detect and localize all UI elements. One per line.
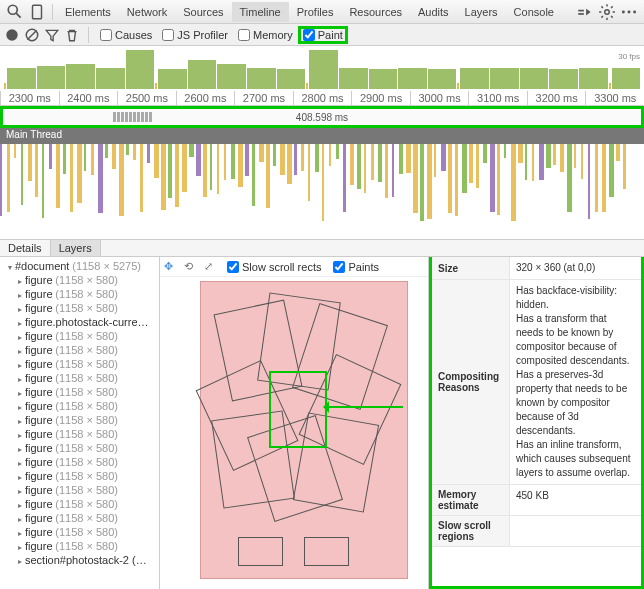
time-axis: 2300 ms2400 ms2500 ms2600 ms2700 ms2800 …: [0, 91, 644, 105]
move-icon[interactable]: ✥: [164, 260, 178, 274]
filter-icon[interactable]: [44, 27, 60, 43]
tree-row[interactable]: figure (1158 × 580): [0, 273, 159, 287]
trash-icon[interactable]: [64, 27, 80, 43]
drawer-icon[interactable]: [576, 3, 594, 21]
device-icon[interactable]: [28, 3, 46, 21]
tree-row[interactable]: figure (1158 × 580): [0, 497, 159, 511]
tree-row[interactable]: figure.photostack-curre…: [0, 315, 159, 329]
tab-resources[interactable]: Resources: [341, 2, 410, 22]
svg-rect-3: [578, 9, 584, 11]
tab-timeline[interactable]: Timeline: [232, 2, 289, 22]
tree-row[interactable]: figure (1158 × 580): [0, 511, 159, 525]
main-thread-header: Main Thread: [0, 128, 644, 144]
layer-canvas[interactable]: ✥ ⟲ ⤢ Slow scroll rects Paints: [160, 257, 429, 589]
tab-elements[interactable]: Elements: [57, 2, 119, 22]
tab-layers-detail[interactable]: Layers: [51, 240, 101, 256]
layer-tree[interactable]: #document (1158 × 5275) figure (1158 × 5…: [0, 257, 160, 589]
timeline-toolbar: Causes JS Profiler Memory Paint: [0, 24, 644, 46]
tree-row[interactable]: figure (1158 × 580): [0, 413, 159, 427]
paints-checkbox[interactable]: Paints: [330, 260, 382, 274]
prop-mem-val: 450 KB: [510, 485, 641, 515]
tree-row[interactable]: figure (1158 × 580): [0, 525, 159, 539]
search-icon[interactable]: [6, 3, 24, 21]
svg-point-8: [633, 10, 636, 13]
jsprofiler-checkbox[interactable]: JS Profiler: [159, 28, 231, 42]
svg-rect-2: [33, 5, 42, 19]
svg-point-7: [628, 10, 631, 13]
tree-row[interactable]: figure (1158 × 580): [0, 441, 159, 455]
svg-point-0: [8, 5, 17, 14]
tree-row[interactable]: section#photostack-2 (…: [0, 553, 159, 567]
layers-panel: #document (1158 × 5275) figure (1158 × 5…: [0, 257, 644, 589]
tree-row[interactable]: figure (1158 × 580): [0, 357, 159, 371]
tab-details[interactable]: Details: [0, 240, 51, 256]
tree-row[interactable]: figure (1158 × 580): [0, 287, 159, 301]
svg-rect-4: [578, 13, 584, 15]
prop-mem-key: Memory estimate: [432, 485, 510, 515]
fps-chart[interactable]: 30 fps 60 fps 2300 ms2400 ms2500 ms2600 …: [0, 46, 644, 106]
memory-checkbox[interactable]: Memory: [235, 28, 296, 42]
panel-tabs: Elements Network Sources Timeline Profil…: [57, 2, 562, 22]
tree-row[interactable]: figure (1158 × 580): [0, 329, 159, 343]
reset-icon[interactable]: ⤢: [204, 260, 218, 274]
tree-row[interactable]: figure (1158 × 580): [0, 427, 159, 441]
menu-icon[interactable]: [620, 3, 638, 21]
label: Causes: [115, 29, 152, 41]
tab-sources[interactable]: Sources: [175, 2, 231, 22]
causes-checkbox[interactable]: Causes: [97, 28, 155, 42]
slow-rects-checkbox[interactable]: Slow scroll rects: [224, 260, 324, 274]
label: Memory: [253, 29, 293, 41]
tree-row[interactable]: figure (1158 × 580): [0, 483, 159, 497]
prop-slow-key: Slow scroll regions: [432, 516, 510, 546]
tree-row[interactable]: figure (1158 × 580): [0, 371, 159, 385]
tree-row[interactable]: figure (1158 × 580): [0, 539, 159, 553]
layer-properties: Size 320 × 360 (at 0,0) Compositing Reas…: [429, 257, 644, 589]
svg-line-1: [16, 13, 21, 18]
details-tabs: Details Layers: [0, 239, 644, 257]
canvas-area[interactable]: [200, 281, 408, 579]
svg-point-5: [605, 9, 610, 14]
tree-row[interactable]: figure (1158 × 580): [0, 455, 159, 469]
pan-icon[interactable]: ⟲: [184, 260, 198, 274]
overview-time: 408.598 ms: [296, 112, 348, 123]
clear-icon[interactable]: [24, 27, 40, 43]
tab-layers[interactable]: Layers: [457, 2, 506, 22]
svg-line-11: [27, 30, 36, 39]
tree-row[interactable]: figure (1158 × 580): [0, 301, 159, 315]
tree-row[interactable]: figure (1158 × 580): [0, 399, 159, 413]
gear-icon[interactable]: [598, 3, 616, 21]
timeline-overview[interactable]: 408.598 ms: [0, 106, 644, 128]
tab-console[interactable]: Console: [506, 2, 562, 22]
separator: [88, 27, 89, 43]
svg-point-9: [6, 29, 17, 40]
label: Paint: [318, 29, 343, 41]
arrow-icon: [325, 406, 403, 408]
prop-reasons-key: Compositing Reasons: [432, 280, 510, 484]
prop-size-val: 320 × 360 (at 0,0): [510, 257, 641, 279]
prop-slow-val: [510, 516, 641, 546]
prop-size-key: Size: [432, 257, 510, 279]
devtools-toolbar: Elements Network Sources Timeline Profil…: [0, 0, 644, 24]
separator: [52, 4, 53, 20]
tab-profiles[interactable]: Profiles: [289, 2, 342, 22]
tab-audits[interactable]: Audits: [410, 2, 457, 22]
label: JS Profiler: [177, 29, 228, 41]
tree-row[interactable]: figure (1158 × 580): [0, 385, 159, 399]
tree-row[interactable]: figure (1158 × 580): [0, 343, 159, 357]
tree-row[interactable]: figure (1158 × 580): [0, 469, 159, 483]
svg-point-6: [622, 10, 625, 13]
paint-checkbox[interactable]: Paint: [300, 28, 346, 42]
flame-chart[interactable]: [0, 144, 644, 239]
record-icon[interactable]: [4, 27, 20, 43]
canvas-toolbar: ✥ ⟲ ⤢ Slow scroll rects Paints: [160, 257, 428, 277]
prop-reasons-val: Has backface-visibility: hidden. Has a t…: [510, 280, 641, 484]
tab-network[interactable]: Network: [119, 2, 175, 22]
tree-root[interactable]: #document (1158 × 5275): [0, 259, 159, 273]
